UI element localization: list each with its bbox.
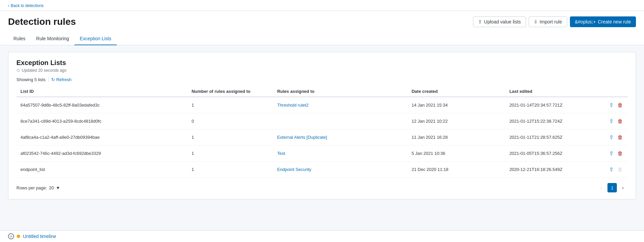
- export-button[interactable]: ⇧: [608, 166, 614, 173]
- tab-rules-label: Rules: [13, 36, 25, 41]
- cell-date-created: 5 Jan 2021 10:36: [408, 145, 506, 162]
- cell-rules-assigned[interactable]: Test: [273, 145, 408, 162]
- next-page-button[interactable]: ›: [618, 183, 628, 192]
- export-icon: ⇧: [609, 134, 613, 140]
- cell-rules-assigned[interactable]: Threshold rulet2: [273, 97, 408, 113]
- rows-per-page-label: Rows per page:: [16, 185, 47, 190]
- delete-icon: 🗑: [618, 102, 623, 108]
- col-header-date-created: Date created: [408, 86, 506, 97]
- rule-link[interactable]: Test: [277, 151, 285, 156]
- col-header-rules-assigned: Rules assigned to: [273, 86, 408, 97]
- delete-icon: 🗑: [618, 134, 623, 140]
- cell-actions: ⇧🗑: [603, 129, 628, 145]
- delete-icon: 🗑: [618, 118, 623, 124]
- rule-link[interactable]: External Alerts [Duplicate]: [277, 135, 327, 140]
- col-header-actions: [603, 86, 628, 97]
- rows-per-page-value: 20: [49, 185, 54, 190]
- refresh-button[interactable]: ↻ Refresh: [51, 77, 72, 82]
- export-icon: ⇧: [609, 102, 613, 108]
- cell-actions: ⇧🗑: [603, 145, 628, 162]
- table-header-row: List ID Number of rules assigned to Rule…: [16, 86, 628, 97]
- cell-list-id: 4af8ca4a-c1a2-4aff-a9e0-27db09394bae: [16, 129, 187, 145]
- table-row: 4af8ca4a-c1a2-4aff-a9e0-27db09394bae1Ext…: [16, 129, 628, 145]
- cell-actions: ⇧🗑: [603, 113, 628, 129]
- delete-button[interactable]: 🗑: [617, 102, 624, 109]
- delete-button[interactable]: 🗑: [617, 118, 624, 125]
- main-content: Exception Lists ⏲ Updated 20 seconds ago…: [0, 45, 644, 206]
- cell-rules-assigned[interactable]: Endpoint Security: [273, 162, 408, 178]
- table-row: endpoint_list1Endpoint Security21 Dec 20…: [16, 162, 628, 178]
- cell-num-rules: 1: [187, 97, 273, 113]
- import-icon: ⇩: [534, 19, 538, 24]
- cell-date-created: 11 Jan 2021 16:28: [408, 129, 506, 145]
- vertical-divider: [48, 77, 49, 82]
- delete-icon-disabled: 🗑: [618, 167, 623, 173]
- export-button[interactable]: ⇧: [608, 117, 614, 125]
- chevron-down-icon: ▼: [56, 185, 60, 190]
- cell-actions: ⇧🗑: [603, 97, 628, 113]
- cell-list-id: 8ce7a341-c89d-4013-a259-8cdc4818d0fc: [16, 113, 187, 129]
- delete-icon: 🗑: [618, 150, 623, 157]
- refresh-label: Refresh: [56, 77, 72, 82]
- rule-link[interactable]: Endpoint Security: [277, 167, 311, 172]
- export-icon: ⇧: [609, 150, 613, 157]
- cell-rules-assigned[interactable]: External Alerts [Duplicate]: [273, 129, 408, 145]
- cell-actions: ⇧🗑: [603, 162, 628, 178]
- exception-lists-panel: Exception Lists ⏲ Updated 20 seconds ago…: [8, 52, 636, 199]
- cell-date-created: 12 Jan 2021 10:22: [408, 113, 506, 129]
- export-button[interactable]: ⇧: [608, 133, 614, 141]
- tab-exception-lists[interactable]: Exception Lists: [74, 33, 117, 45]
- export-button[interactable]: ⇧: [608, 101, 614, 109]
- cell-last-edited: 2021-01-14T20:34:57.721Z: [505, 97, 603, 113]
- cell-last-edited: 2021-01-05T15:36:57.256Z: [505, 145, 603, 162]
- pagination: ‹ 1 ›: [597, 183, 628, 192]
- table-row: 8ce7a341-c89d-4013-a259-8cdc4818d0fc012 …: [16, 113, 628, 129]
- header-actions: ⇧ Upload value lists ⇩ Import rule &#opl…: [473, 16, 636, 27]
- page-1-button[interactable]: 1: [607, 183, 617, 192]
- delete-button[interactable]: 🗑: [617, 134, 624, 141]
- exception-lists-table: List ID Number of rules assigned to Rule…: [16, 86, 628, 178]
- back-link-label: Back to detections: [11, 3, 44, 8]
- cell-last-edited: 2021-01-12T15:22:38.724Z: [505, 113, 603, 129]
- cell-date-created: 21 Dec 2020 11:18: [408, 162, 506, 178]
- tab-rules[interactable]: Rules: [8, 33, 31, 45]
- cell-list-id: endpoint_list: [16, 162, 187, 178]
- table-footer: Rows per page: 20 ▼ ‹ 1 ›: [16, 183, 628, 192]
- tab-rule-monitoring-label: Rule Monitoring: [36, 36, 69, 41]
- export-icon: ⇧: [609, 118, 613, 124]
- tab-exception-lists-label: Exception Lists: [80, 36, 111, 41]
- showing-row: Showing 5 lists ↻ Refresh: [16, 77, 628, 82]
- table-row: af023542-746c-4492-ad3d-fc692dbe33291Tes…: [16, 145, 628, 162]
- plus-circle-icon: &#oplus;+: [575, 19, 596, 24]
- col-header-num-rules: Number of rules assigned to: [187, 86, 273, 97]
- col-header-last-edited: Last edited: [505, 86, 603, 97]
- table-row: 64a57507-9d6b-48c5-82ff-8a03edafed3c1Thr…: [16, 97, 628, 113]
- export-icon: ⇧: [609, 166, 613, 173]
- tab-rule-monitoring[interactable]: Rule Monitoring: [31, 33, 74, 45]
- cell-num-rules: 0: [187, 113, 273, 129]
- import-rule-button[interactable]: ⇩ Import rule: [529, 16, 567, 27]
- showing-text: Showing 5 lists: [16, 77, 46, 82]
- cell-rules-assigned: [273, 113, 408, 129]
- upload-icon: ⇧: [478, 19, 482, 24]
- cell-last-edited: 2020-12-21T16:18:26.549Z: [505, 162, 603, 178]
- cell-date-created: 14 Jan 2021 15:34: [408, 97, 506, 113]
- export-button[interactable]: ⇧: [608, 149, 614, 157]
- rows-per-page-selector[interactable]: Rows per page: 20 ▼: [16, 185, 60, 190]
- rule-link[interactable]: Threshold rulet2: [277, 103, 309, 108]
- cell-num-rules: 1: [187, 145, 273, 162]
- cell-list-id: af023542-746c-4492-ad3d-fc692dbe3329: [16, 145, 187, 162]
- cell-last-edited: 2021-01-11T21:28:57.625Z: [505, 129, 603, 145]
- upload-value-lists-button[interactable]: ⇧ Upload value lists: [473, 16, 526, 27]
- chevron-left-icon: ‹: [8, 3, 9, 8]
- import-label: Import rule: [540, 19, 562, 24]
- back-to-detections-link[interactable]: ‹ Back to detections: [8, 3, 44, 8]
- panel-title: Exception Lists: [16, 59, 628, 67]
- create-label: Create new rule: [598, 19, 631, 24]
- prev-page-button[interactable]: ‹: [597, 183, 606, 192]
- delete-button: 🗑: [617, 166, 624, 173]
- cell-list-id: 64a57507-9d6b-48c5-82ff-8a03edafed3c: [16, 97, 187, 113]
- create-new-rule-button[interactable]: &#oplus;+ Create new rule: [570, 16, 636, 27]
- delete-button[interactable]: 🗑: [617, 150, 624, 157]
- upload-label: Upload value lists: [484, 19, 521, 24]
